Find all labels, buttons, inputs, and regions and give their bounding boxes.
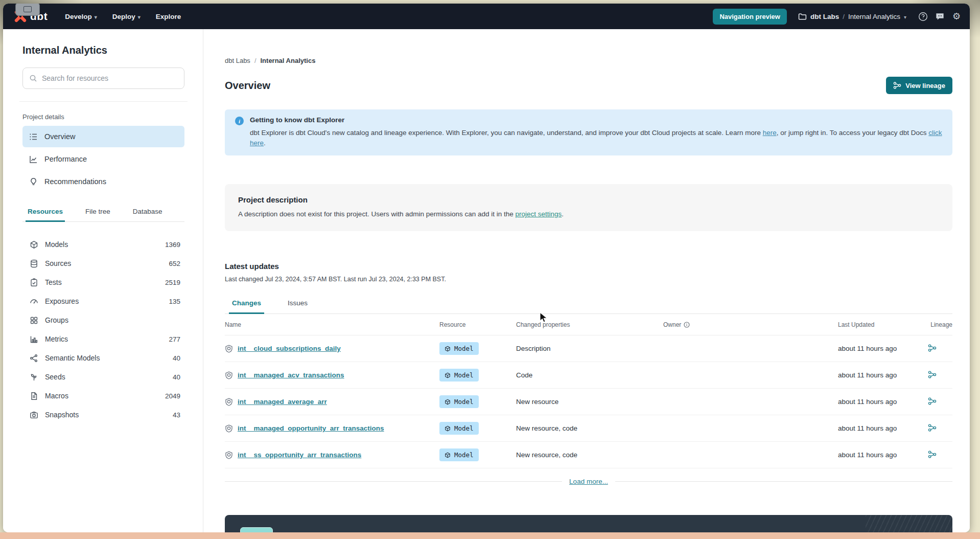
- model-link[interactable]: int__managed_opportunity_arr_transaction…: [238, 424, 384, 432]
- view-lineage-button[interactable]: View lineage: [886, 77, 952, 94]
- column-resource: Resource: [439, 321, 516, 328]
- changed-properties-cell: Code: [516, 371, 663, 379]
- project-settings-link[interactable]: project settings: [516, 210, 562, 218]
- column-owner-label: Owner: [663, 321, 681, 328]
- resource-row-sources[interactable]: Sources 652: [30, 254, 180, 273]
- help-icon[interactable]: [918, 11, 928, 21]
- models-cube-icon: [30, 240, 38, 249]
- badge-label: Model: [454, 398, 474, 406]
- page-title: Overview: [225, 80, 270, 92]
- resource-row-semantic-models[interactable]: Semantic Models 40: [30, 349, 180, 367]
- resource-cell: Model: [439, 342, 516, 355]
- tab-file-tree[interactable]: File tree: [83, 205, 112, 222]
- resource-row-groups[interactable]: Groups: [30, 311, 180, 329]
- row-lineage-button[interactable]: [928, 423, 952, 434]
- description-text: A description does not exist for this pr…: [238, 210, 516, 218]
- tests-clipboard-icon: [30, 278, 38, 287]
- row-lineage-button[interactable]: [928, 370, 952, 380]
- info-banner-body: dbt Explorer is dbt Cloud's new catalog …: [250, 128, 942, 148]
- sidebar-item-performance[interactable]: Performance: [22, 148, 184, 170]
- resource-row-models[interactable]: Models 1369: [30, 235, 180, 254]
- model-shield-icon: [225, 371, 233, 379]
- account-breadcrumb[interactable]: dbt Labs / Internal Analytics ▾: [798, 12, 906, 21]
- lineage-icon: [928, 450, 937, 459]
- changes-table: Name Resource Changed properties Owner L…: [225, 314, 952, 485]
- tab-changes[interactable]: Changes: [229, 296, 264, 314]
- tab-resources[interactable]: Resources: [26, 205, 65, 222]
- resource-row-snapshots[interactable]: Snapshots 43: [30, 406, 180, 424]
- sidebar-item-overview[interactable]: Overview: [22, 126, 184, 147]
- resource-row-macros[interactable]: Macros 2049: [30, 387, 180, 405]
- feedback-icon[interactable]: [935, 11, 945, 21]
- column-name: Name: [225, 321, 439, 328]
- model-link[interactable]: int__cloud_subscriptions_daily: [238, 345, 341, 352]
- resource-row-seeds[interactable]: Seeds 40: [30, 368, 180, 386]
- account-name: dbt Labs: [810, 13, 839, 20]
- menu-explore[interactable]: Explore: [156, 13, 181, 20]
- lineage-promo-banner[interactable]: Visualize how your data flows: [225, 515, 952, 532]
- lineage-icon: [928, 370, 937, 379]
- changed-properties-cell: Description: [516, 345, 663, 352]
- divider-line: [225, 481, 562, 482]
- breadcrumb-separator: /: [843, 13, 845, 20]
- page-header: Overview View lineage: [225, 77, 952, 94]
- lineage-icon: [928, 397, 937, 406]
- resource-cell: Model: [439, 395, 516, 408]
- model-link[interactable]: int__managed_acv_transactions: [238, 371, 344, 379]
- search-input[interactable]: [42, 74, 178, 82]
- tab-issues[interactable]: Issues: [285, 296, 311, 314]
- seeds-seedling-icon: [30, 373, 38, 381]
- menu-develop[interactable]: Develop▾: [65, 13, 97, 20]
- sidebar-divider: [19, 101, 188, 102]
- folder-icon: [798, 12, 807, 21]
- explorer-info-banner: i Getting to know dbt Explorer dbt Explo…: [225, 109, 952, 155]
- resource-search[interactable]: [22, 68, 184, 89]
- resource-label: Tests: [45, 278, 62, 286]
- groups-grid-icon: [30, 316, 38, 325]
- row-lineage-button[interactable]: [928, 397, 952, 407]
- badge-label: Model: [454, 345, 474, 352]
- table-row[interactable]: int__managed_average_arr Model New resou…: [225, 389, 952, 415]
- breadcrumb-parent[interactable]: dbt Labs: [225, 57, 250, 64]
- lineage-icon: [928, 344, 937, 352]
- resource-row-exposures[interactable]: Exposures 135: [30, 292, 180, 310]
- resource-row-tests[interactable]: Tests 2519: [30, 273, 180, 291]
- navigation-preview-button[interactable]: Navigation preview: [713, 9, 786, 25]
- model-link[interactable]: int__managed_average_arr: [238, 398, 327, 406]
- cube-icon: [445, 346, 451, 352]
- table-row[interactable]: int__managed_acv_transactions Model Code…: [225, 362, 952, 389]
- badge-label: Model: [454, 451, 474, 459]
- table-row[interactable]: int__cloud_subscriptions_daily Model Des…: [225, 335, 952, 362]
- row-lineage-button[interactable]: [928, 344, 952, 354]
- learn-more-here-link[interactable]: here: [763, 129, 777, 137]
- resource-label: Semantic Models: [45, 354, 100, 362]
- resource-row-metrics[interactable]: Metrics 277: [30, 330, 180, 348]
- resource-count: 1369: [165, 241, 180, 249]
- lightbulb-icon: [29, 177, 38, 186]
- owner-info-icon[interactable]: [684, 322, 690, 328]
- info-banner-content: Getting to know dbt Explorer dbt Explore…: [250, 116, 942, 148]
- divider-line: [615, 481, 952, 482]
- resource-count: 135: [169, 298, 180, 305]
- model-link[interactable]: int__ss_opportunity_arr_transactions: [238, 451, 361, 459]
- settings-gear-icon[interactable]: ⚙: [951, 11, 962, 21]
- sidebar-item-recommendations[interactable]: Recommendations: [22, 171, 184, 192]
- last-updated-cell: about 11 hours ago: [838, 371, 928, 379]
- tab-database[interactable]: Database: [131, 205, 165, 222]
- table-row[interactable]: int__managed_opportunity_arr_transaction…: [225, 415, 952, 442]
- navbar-icons: ⚙: [918, 11, 962, 21]
- table-header: Name Resource Changed properties Owner L…: [225, 314, 952, 335]
- row-lineage-button[interactable]: [928, 450, 952, 460]
- table-row[interactable]: int__ss_opportunity_arr_transactions Mod…: [225, 442, 952, 468]
- load-more-link[interactable]: Load more...: [569, 478, 608, 485]
- last-updated-cell: about 11 hours ago: [838, 345, 928, 352]
- menu-deploy[interactable]: Deploy▾: [112, 13, 141, 20]
- desktop-bottom-strip: [0, 532, 980, 539]
- navbar-right: Navigation preview dbt Labs / Internal A…: [713, 9, 962, 25]
- search-icon: [29, 74, 37, 82]
- chevron-down-icon: ▾: [904, 14, 906, 20]
- exposures-gauge-icon: [30, 297, 38, 306]
- name-cell: int__cloud_subscriptions_daily: [225, 345, 439, 353]
- snapshots-camera-icon: [30, 411, 38, 419]
- sidebar-item-label: Recommendations: [44, 177, 106, 186]
